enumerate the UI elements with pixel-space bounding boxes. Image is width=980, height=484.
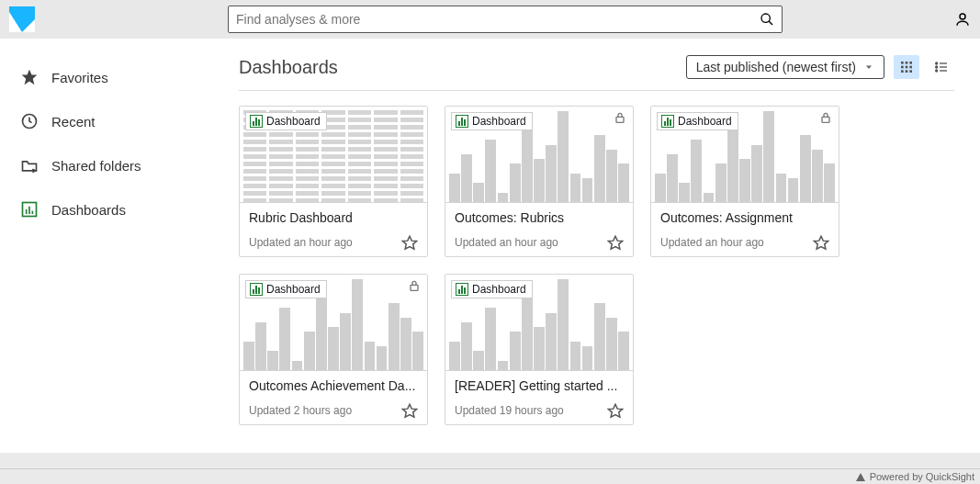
svg-marker-29	[815, 236, 828, 249]
badge-label: Dashboard	[472, 283, 526, 296]
star-icon	[20, 68, 39, 86]
svg-marker-31	[403, 404, 417, 417]
dashboard-card[interactable]: DashboardOutcomes Achievement Da...Updat…	[239, 274, 428, 425]
cards-grid: DashboardRubric DashboardUpdated an hour…	[239, 100, 954, 425]
search-box[interactable]	[228, 6, 783, 33]
lock-icon	[407, 278, 422, 293]
clock-icon	[20, 112, 39, 130]
lock-icon	[818, 110, 833, 125]
sidebar-item-label: Recent	[51, 114, 96, 129]
dashboard-badge: Dashboard	[451, 112, 533, 130]
svg-point-21	[936, 66, 938, 68]
sidebar-item-dashboards[interactable]: Dashboards	[11, 189, 230, 230]
sidebar-item-label: Dashboards	[51, 202, 126, 218]
dashboard-badge: Dashboard	[657, 112, 738, 130]
dashboard-card[interactable]: Dashboard[READER] Getting started ...Upd…	[445, 274, 634, 425]
card-title: Rubric Dashboard	[249, 210, 418, 225]
dashboard-badge: Dashboard	[245, 112, 327, 130]
card-updated: Updated 19 hours ago	[455, 404, 564, 417]
sort-label: Last published (newest first)	[696, 60, 856, 74]
favorite-star-button[interactable]	[813, 234, 829, 251]
svg-marker-3	[22, 70, 38, 85]
badge-label: Dashboard	[472, 115, 526, 128]
svg-rect-16	[901, 70, 904, 73]
dashboard-icon	[20, 200, 39, 219]
dashboard-card[interactable]: DashboardOutcomes: RubricsUpdated an hou…	[445, 106, 634, 257]
svg-rect-17	[906, 70, 908, 73]
badge-label: Dashboard	[266, 115, 321, 128]
card-title: Outcomes: Rubrics	[455, 210, 624, 225]
favorite-star-button[interactable]	[607, 234, 624, 251]
dashboard-badge: Dashboard	[245, 280, 327, 298]
svg-rect-26	[616, 117, 624, 122]
app-logo	[9, 6, 35, 32]
svg-line-1	[769, 21, 772, 25]
svg-point-19	[936, 62, 938, 64]
card-thumbnail: Dashboard	[651, 107, 839, 203]
card-thumbnail: Dashboard	[240, 107, 427, 203]
card-title: Outcomes Achievement Da...	[249, 378, 418, 393]
shared-folder-icon	[20, 156, 39, 174]
svg-marker-25	[403, 236, 417, 249]
card-updated: Updated an hour ago	[249, 236, 353, 249]
lock-icon	[613, 110, 627, 125]
card-title: Outcomes: Assignment	[660, 210, 829, 225]
svg-marker-27	[609, 236, 623, 249]
favorite-star-button[interactable]	[607, 402, 624, 419]
top-bar	[0, 0, 980, 39]
list-view-button[interactable]	[929, 55, 954, 79]
chevron-down-icon	[863, 62, 874, 73]
sidebar-item-label: Favorites	[51, 70, 108, 85]
svg-rect-28	[822, 117, 829, 122]
search-icon[interactable]	[760, 12, 774, 27]
grid-view-button[interactable]	[894, 55, 919, 79]
dashboard-card[interactable]: DashboardRubric DashboardUpdated an hour…	[239, 106, 428, 257]
svg-point-2	[960, 14, 965, 19]
sidebar-item-label: Shared folders	[51, 158, 141, 174]
svg-rect-18	[909, 70, 912, 73]
svg-marker-9	[866, 66, 872, 70]
content: Dashboards Last published (newest first)…	[230, 39, 980, 453]
favorite-star-button[interactable]	[401, 402, 418, 419]
svg-rect-30	[411, 285, 418, 290]
dashboard-card[interactable]: DashboardOutcomes: AssignmentUpdated an …	[650, 106, 839, 257]
badge-label: Dashboard	[678, 115, 732, 128]
card-updated: Updated an hour ago	[455, 236, 558, 249]
sidebar: Favorites Recent Shared folders Dashboar…	[0, 39, 230, 453]
svg-rect-15	[909, 66, 912, 69]
sort-dropdown[interactable]: Last published (newest first)	[686, 55, 884, 79]
badge-label: Dashboard	[266, 283, 321, 296]
svg-rect-12	[909, 62, 912, 64]
svg-rect-10	[901, 62, 904, 64]
sidebar-item-recent[interactable]: Recent	[11, 101, 230, 141]
search-input[interactable]	[236, 12, 760, 27]
dashboard-badge: Dashboard	[451, 280, 533, 298]
card-thumbnail: Dashboard	[240, 275, 427, 371]
svg-rect-11	[906, 62, 908, 64]
sidebar-item-shared-folders[interactable]: Shared folders	[11, 145, 230, 186]
card-title: [READER] Getting started ...	[455, 378, 624, 393]
svg-point-23	[936, 70, 938, 72]
sidebar-item-favorites[interactable]: Favorites	[11, 57, 230, 97]
card-updated: Updated an hour ago	[660, 236, 764, 249]
svg-rect-14	[906, 66, 908, 69]
user-icon[interactable]	[954, 11, 971, 28]
svg-point-0	[761, 14, 770, 22]
svg-marker-32	[609, 404, 623, 417]
card-thumbnail: Dashboard	[445, 107, 633, 203]
card-thumbnail: Dashboard	[445, 275, 633, 371]
favorite-star-button[interactable]	[401, 234, 418, 251]
svg-rect-13	[901, 66, 904, 69]
card-updated: Updated 2 hours ago	[249, 404, 352, 417]
page-title: Dashboards	[239, 57, 338, 78]
